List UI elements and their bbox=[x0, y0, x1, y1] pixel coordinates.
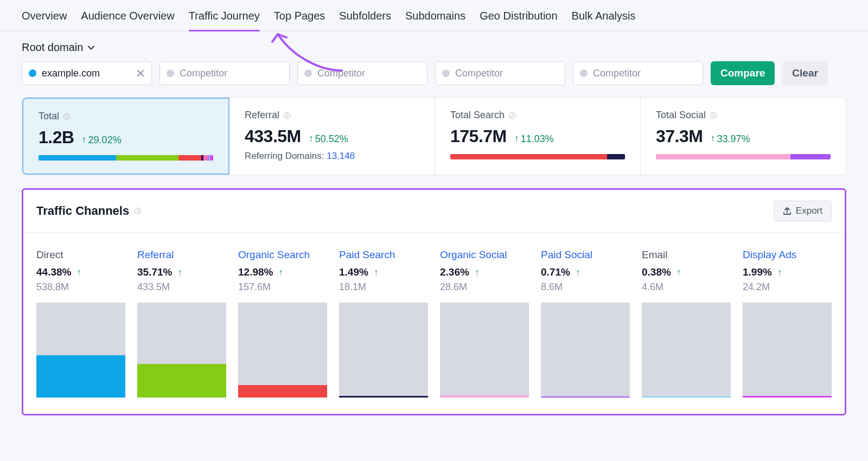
info-icon[interactable]: i bbox=[284, 112, 290, 119]
channel-absolute: 8.6M bbox=[541, 281, 630, 293]
channel-absolute: 4.6M bbox=[642, 281, 731, 293]
trend-up-icon: ↑ bbox=[777, 267, 782, 277]
tab-bulk-analysis[interactable]: Bulk Analysis bbox=[572, 10, 636, 31]
card-value: 433.5M bbox=[245, 126, 301, 146]
channel-percent: 35.71% bbox=[137, 266, 172, 278]
tab-traffic-journey[interactable]: Traffic Journey bbox=[189, 10, 260, 31]
channel-bar bbox=[238, 303, 327, 398]
info-icon[interactable]: i bbox=[135, 208, 141, 214]
channel-bar-fill bbox=[36, 355, 125, 398]
domain-color-dot bbox=[580, 69, 588, 77]
summary-card-total-social[interactable]: Total Social i37.3M↑33.97% bbox=[641, 98, 846, 175]
channel-bar-fill bbox=[440, 395, 529, 398]
trend-up-icon: ↑ bbox=[278, 267, 283, 277]
channel-absolute: 157.6M bbox=[238, 281, 327, 293]
domain-scope-selector[interactable]: Root domain bbox=[22, 41, 95, 54]
channel-display-ads: Display Ads1.99%↑24.2M bbox=[743, 249, 832, 398]
summary-card-total[interactable]: Total i1.2B↑29.02% bbox=[22, 98, 229, 175]
channel-referral: Referral35.71%↑433.5M bbox=[137, 249, 226, 398]
card-label: Referral i bbox=[245, 110, 419, 121]
card-stackbar bbox=[656, 154, 831, 159]
tabs-bar: OverviewAudience OverviewTraffic Journey… bbox=[0, 0, 868, 31]
channel-name[interactable]: Organic Social bbox=[440, 249, 529, 261]
card-value: 37.3M bbox=[656, 126, 703, 146]
tab-audience-overview[interactable]: Audience Overview bbox=[81, 10, 174, 31]
channel-bar bbox=[36, 303, 125, 398]
close-icon[interactable] bbox=[136, 69, 145, 78]
trend-up-icon: ↑ bbox=[676, 267, 681, 277]
competitor-input-2[interactable]: Competitor bbox=[297, 61, 427, 85]
channel-absolute: 433.5M bbox=[137, 281, 226, 293]
competitor-placeholder: Competitor bbox=[455, 68, 503, 79]
trend-up-icon: ↑ bbox=[177, 267, 182, 277]
trend-up-icon: ↑ bbox=[475, 267, 479, 277]
competitor-input-4[interactable]: Competitor bbox=[573, 61, 703, 85]
domain-input-main[interactable]: example.com bbox=[22, 61, 152, 85]
channel-bar bbox=[137, 303, 226, 398]
card-value: 175.7M bbox=[450, 126, 507, 146]
panel-title: Traffic Channels i bbox=[36, 204, 141, 218]
trend-up-icon: ↑ bbox=[374, 267, 378, 277]
channel-name: Email bbox=[642, 249, 731, 261]
summary-card-referral[interactable]: Referral i433.5M↑50.52%Referring Domains… bbox=[229, 98, 435, 175]
domain-color-dot bbox=[29, 69, 36, 77]
channel-bar-fill bbox=[743, 396, 832, 398]
channel-bar-fill bbox=[339, 396, 428, 398]
tab-overview[interactable]: Overview bbox=[22, 10, 67, 31]
card-sub: Referring Domains: 13,148 bbox=[245, 151, 419, 162]
channel-organic-search: Organic Search12.98%↑157.6M bbox=[238, 249, 327, 398]
tab-subfolders[interactable]: Subfolders bbox=[339, 10, 391, 31]
channel-paid-search: Paid Search1.49%↑18.1M bbox=[339, 249, 428, 398]
tab-subdomains[interactable]: Subdomains bbox=[405, 10, 465, 31]
channel-name[interactable]: Display Ads bbox=[743, 249, 832, 261]
channel-email: Email0.38%↑4.6M bbox=[642, 249, 731, 398]
competitor-placeholder: Competitor bbox=[317, 68, 365, 79]
summary-card-total-search[interactable]: Total Search i175.7M↑11.03% bbox=[435, 98, 641, 175]
clear-button[interactable]: Clear bbox=[782, 61, 828, 85]
export-icon bbox=[783, 207, 792, 215]
channel-bar bbox=[541, 303, 630, 398]
card-value: 1.2B bbox=[39, 127, 74, 148]
domain-value: example.com bbox=[42, 68, 100, 79]
channel-bar bbox=[339, 303, 428, 398]
info-icon[interactable]: i bbox=[63, 113, 70, 120]
channel-bar-fill bbox=[642, 396, 731, 398]
export-label: Export bbox=[796, 206, 822, 216]
competitor-input-3[interactable]: Competitor bbox=[435, 61, 565, 85]
channel-bar bbox=[743, 303, 832, 398]
channel-percent: 1.49% bbox=[339, 266, 368, 278]
card-stackbar bbox=[450, 154, 625, 159]
info-icon[interactable]: i bbox=[710, 112, 717, 119]
channel-percent: 0.71% bbox=[541, 266, 570, 278]
channel-percent: 0.38% bbox=[642, 266, 671, 278]
channel-bar bbox=[440, 303, 529, 398]
channel-absolute: 18.1M bbox=[339, 281, 428, 293]
domain-color-dot bbox=[167, 69, 174, 77]
channel-bar-fill bbox=[541, 396, 630, 398]
channel-bar bbox=[642, 303, 731, 398]
referring-domains-link[interactable]: 13,148 bbox=[327, 151, 355, 161]
tab-geo-distribution[interactable]: Geo Distribution bbox=[480, 10, 557, 31]
card-label: Total i bbox=[39, 111, 213, 122]
channel-absolute: 28.6M bbox=[440, 281, 529, 293]
channel-name: Direct bbox=[36, 249, 125, 261]
compare-button[interactable]: Compare bbox=[711, 61, 775, 85]
channel-name[interactable]: Organic Search bbox=[238, 249, 327, 261]
channel-absolute: 24.2M bbox=[743, 281, 832, 293]
card-label: Total Social i bbox=[656, 110, 831, 121]
panel-title-text: Traffic Channels bbox=[36, 204, 129, 218]
channel-direct: Direct44.38%↑538.8M bbox=[36, 249, 125, 398]
channel-name[interactable]: Referral bbox=[137, 249, 226, 261]
competitor-input-1[interactable]: Competitor bbox=[159, 61, 290, 85]
chevron-down-icon bbox=[87, 44, 95, 52]
info-icon[interactable]: i bbox=[509, 112, 515, 119]
channel-name[interactable]: Paid Search bbox=[339, 249, 428, 261]
export-button[interactable]: Export bbox=[774, 201, 832, 221]
channel-organic-social: Organic Social2.36%↑28.6M bbox=[440, 249, 529, 398]
channel-paid-social: Paid Social0.71%↑8.6M bbox=[541, 249, 630, 398]
traffic-channels-panel: Traffic Channels i Export Direct44.38%↑5… bbox=[22, 188, 846, 415]
card-delta: ↑50.52% bbox=[309, 133, 348, 145]
domain-color-dot bbox=[442, 69, 450, 77]
channel-name[interactable]: Paid Social bbox=[541, 249, 630, 261]
tab-top-pages[interactable]: Top Pages bbox=[274, 10, 326, 31]
